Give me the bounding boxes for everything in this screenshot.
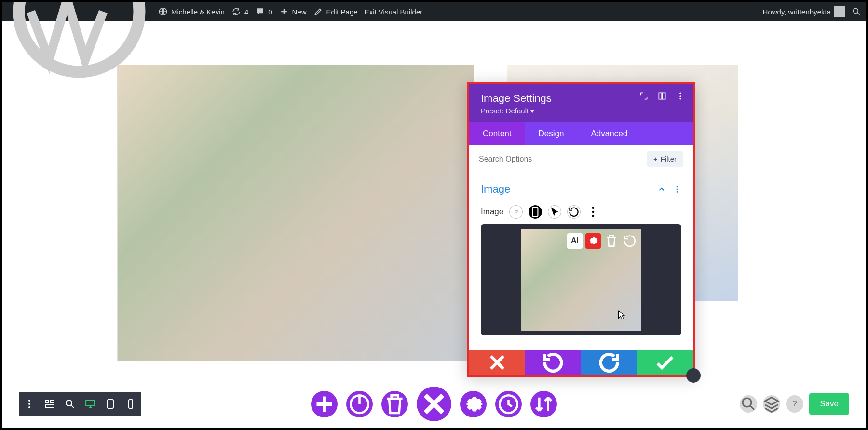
tab-advanced[interactable]: Advanced — [577, 122, 641, 145]
svg-point-27 — [743, 398, 751, 407]
undo-button[interactable] — [525, 350, 581, 375]
edit-page-link[interactable]: Edit Page — [313, 7, 358, 16]
gear-icon[interactable] — [460, 391, 487, 417]
help-icon[interactable]: ? — [509, 205, 523, 219]
power-icon[interactable] — [346, 391, 373, 417]
trash-icon[interactable] — [604, 233, 619, 249]
svg-point-14 — [592, 215, 595, 217]
plus-icon — [279, 7, 289, 16]
tablet-icon[interactable] — [105, 398, 116, 410]
new-link[interactable]: New — [279, 7, 307, 16]
svg-rect-20 — [45, 405, 54, 407]
image-preview[interactable]: AI — [481, 224, 681, 335]
exit-vb-label: Exit Visual Builder — [365, 8, 423, 16]
trash-icon[interactable] — [381, 391, 408, 417]
kebab-icon[interactable] — [586, 205, 600, 219]
panel-header[interactable]: Image Settings Preset: Default ▾ — [469, 84, 693, 122]
kebab-icon[interactable] — [24, 398, 35, 410]
image-thumbnail[interactable]: AI — [521, 229, 641, 331]
tab-content[interactable]: Content — [469, 122, 525, 145]
section-title[interactable]: Image — [481, 183, 510, 195]
phone-icon[interactable] — [125, 398, 136, 410]
view-tools — [19, 392, 141, 416]
redo-button[interactable] — [581, 350, 637, 375]
expand-icon[interactable] — [639, 91, 649, 101]
svg-point-6 — [679, 95, 681, 97]
svg-point-17 — [28, 406, 30, 408]
updates-count: 4 — [244, 8, 248, 16]
svg-rect-11 — [533, 207, 538, 217]
svg-point-7 — [679, 98, 681, 99]
search-toggle[interactable] — [852, 7, 861, 16]
svg-rect-23 — [108, 400, 113, 408]
layers-icon[interactable] — [763, 395, 780, 413]
preset-selector[interactable]: Preset: Default ▾ — [481, 107, 681, 115]
cancel-button[interactable] — [469, 350, 525, 375]
kebab-icon[interactable] — [676, 91, 685, 101]
svg-rect-4 — [663, 93, 665, 99]
svg-rect-22 — [86, 400, 95, 406]
reset-icon[interactable] — [567, 205, 581, 219]
svg-point-10 — [677, 191, 678, 193]
main-image-module[interactable] — [117, 65, 474, 361]
refresh-icon — [231, 7, 241, 16]
center-tools — [311, 387, 557, 421]
search-icon[interactable] — [740, 395, 757, 413]
avatar — [834, 6, 845, 17]
edit-page-label: Edit Page — [326, 8, 358, 16]
confirm-button[interactable] — [637, 350, 693, 375]
zoom-icon[interactable] — [64, 398, 76, 410]
sort-icon[interactable] — [530, 391, 557, 417]
filter-button[interactable]: + Filter — [647, 151, 683, 167]
resize-handle[interactable] — [686, 368, 701, 383]
search-icon — [852, 7, 861, 16]
undo-icon[interactable] — [622, 233, 637, 249]
close-button[interactable] — [417, 387, 451, 421]
filter-label: Filter — [661, 155, 677, 163]
greeting-text: Howdy, writtenbyekta — [763, 8, 831, 16]
svg-rect-24 — [129, 400, 133, 408]
chevron-up-icon[interactable] — [657, 184, 666, 194]
field-label: Image — [481, 207, 503, 217]
updates-link[interactable]: 4 — [231, 7, 248, 16]
svg-point-13 — [592, 211, 595, 213]
desktop-icon[interactable] — [84, 398, 96, 410]
kebab-icon[interactable] — [673, 184, 681, 194]
exit-vb-link[interactable]: Exit Visual Builder — [365, 8, 423, 16]
save-button[interactable]: Save — [809, 393, 849, 415]
account-link[interactable]: Howdy, writtenbyekta — [763, 6, 845, 17]
svg-rect-18 — [45, 401, 49, 403]
svg-rect-19 — [51, 401, 54, 403]
panel-tabs: Content Design Advanced — [469, 122, 693, 145]
panel-footer — [469, 350, 693, 375]
svg-point-15 — [28, 400, 30, 402]
help-icon[interactable]: ? — [786, 395, 803, 413]
svg-point-5 — [679, 93, 681, 94]
hover-icon[interactable] — [548, 205, 561, 219]
wp-admin-bar: Michelle & Kevin 4 0 New Edit Page Exit … — [2, 2, 866, 21]
add-button[interactable] — [311, 391, 338, 417]
svg-point-8 — [677, 186, 678, 187]
svg-point-16 — [28, 403, 30, 405]
divi-toolbar: ? Save — [2, 389, 866, 418]
svg-point-12 — [592, 207, 595, 209]
new-label: New — [292, 8, 307, 16]
tab-design[interactable]: Design — [525, 122, 578, 145]
snap-icon[interactable] — [657, 91, 667, 101]
svg-point-9 — [677, 189, 678, 190]
ai-button[interactable]: AI — [567, 233, 583, 249]
right-tools: ? Save — [740, 393, 849, 415]
history-icon[interactable] — [495, 391, 522, 417]
site-link[interactable]: Michelle & Kevin — [158, 7, 225, 16]
image-settings-panel: Image Settings Preset: Default ▾ Content… — [467, 82, 695, 377]
responsive-icon[interactable] — [529, 205, 542, 219]
cursor-icon — [615, 309, 628, 322]
search-input[interactable] — [479, 155, 642, 164]
svg-rect-3 — [659, 93, 662, 99]
comments-link[interactable]: 0 — [255, 7, 272, 16]
field-label-row: Image ? — [481, 205, 681, 219]
plus-icon: + — [653, 155, 658, 163]
wireframe-icon[interactable] — [44, 398, 55, 410]
page-canvas: Image Settings Preset: Default ▾ Content… — [2, 21, 866, 399]
gear-icon[interactable] — [585, 233, 601, 249]
